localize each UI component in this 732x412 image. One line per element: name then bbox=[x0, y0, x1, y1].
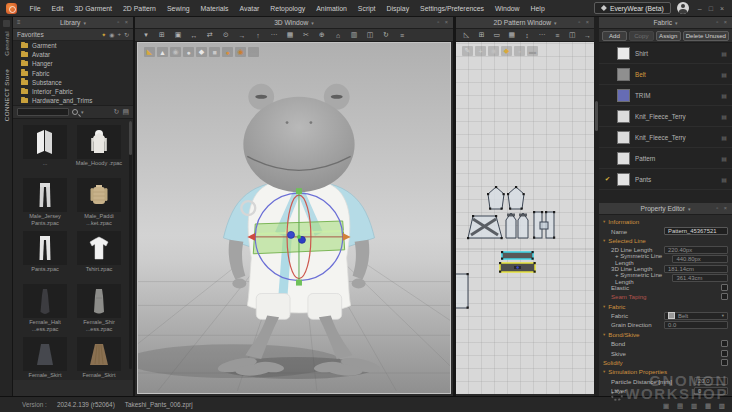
more-tools-icon[interactable]: ⋯ bbox=[536, 30, 549, 41]
trace-tool-icon[interactable]: ↕ bbox=[520, 30, 533, 41]
2d-pattern-tabbar[interactable]: 2D Pattern Window ▾ ▫ × bbox=[456, 17, 594, 29]
show-seams-icon[interactable]: ◉ bbox=[170, 47, 181, 57]
assign-button[interactable]: Assign bbox=[656, 31, 681, 41]
close-icon[interactable]: × bbox=[717, 5, 727, 12]
menu-edit[interactable]: Edit bbox=[46, 5, 69, 12]
strip-collapse-icon[interactable] bbox=[3, 20, 10, 27]
search-caret-icon[interactable]: ▾ bbox=[81, 109, 84, 115]
library-tabbar[interactable]: ≡ Library ▾ ▫ × bbox=[13, 17, 133, 29]
favorites-add-icon[interactable]: + bbox=[117, 31, 121, 38]
show-avatar-icon[interactable]: ● bbox=[183, 47, 194, 57]
favorites-user-icon[interactable]: ◉ bbox=[109, 31, 114, 38]
user-avatar[interactable] bbox=[677, 2, 689, 14]
section-simulation-properties[interactable]: ▾Simulation Properties bbox=[599, 367, 732, 376]
add-point-tool-icon[interactable]: ⊕ bbox=[315, 30, 329, 41]
everywear-badge[interactable]: EveryWear (Beta) bbox=[594, 2, 671, 14]
home-view-icon[interactable]: ⌂ bbox=[331, 30, 345, 41]
tab-connect-store[interactable]: CONNECT Store bbox=[3, 69, 10, 121]
menu-settings[interactable]: Settings/Preferences bbox=[415, 5, 490, 12]
3d-viewport[interactable]: ◣ ▲ ◉ ● ◆ ■ ● ◉ ▬ bbox=[137, 42, 451, 394]
library-item-halter-dress[interactable]: Female_Halt ...ess.zpac bbox=[19, 284, 71, 336]
show-pattern-icon[interactable]: ▲ bbox=[157, 47, 168, 57]
section-selected-line[interactable]: ▾Selected Line bbox=[599, 236, 732, 245]
solidify-checkbox[interactable] bbox=[721, 359, 728, 366]
fabric-item-knit-fleece-terry-2[interactable]: Knit_Fleece_Terry ▤ bbox=[599, 127, 732, 148]
menu-script[interactable]: Script bbox=[352, 5, 381, 12]
fabric-item-trim[interactable]: TRIM ▤ bbox=[599, 85, 732, 106]
pen-toggle-icon[interactable]: ✎ bbox=[462, 46, 473, 56]
folder-hanger[interactable]: Hanger bbox=[13, 59, 133, 68]
grid-tool-icon[interactable]: ▦ bbox=[283, 30, 297, 41]
3d-corner-icons[interactable]: ▫ × bbox=[437, 19, 450, 25]
menu-avatar[interactable]: Avatar bbox=[234, 5, 265, 12]
menu-sewing[interactable]: Sewing bbox=[161, 5, 195, 12]
transform-tool-icon[interactable]: ↔ bbox=[187, 30, 201, 41]
menu-retopology[interactable]: Retopology bbox=[265, 5, 311, 12]
library-item-skirt-1[interactable]: Female_Skirt 1.zpac bbox=[19, 337, 71, 380]
texture-tool-icon[interactable]: ▥ bbox=[347, 30, 361, 41]
library-menu-icon[interactable]: ≡ bbox=[17, 19, 21, 25]
grain-direction-field[interactable]: 0.0 bbox=[664, 321, 728, 329]
name-input[interactable]: Pattern_45367521 bbox=[664, 227, 728, 235]
edit-pattern-tool-icon[interactable]: ◺ bbox=[460, 30, 473, 41]
arrow-tool-icon[interactable]: → bbox=[581, 30, 594, 41]
show-material-icon[interactable]: ◉ bbox=[235, 47, 246, 57]
pin-tool-icon[interactable]: ⊙ bbox=[219, 30, 233, 41]
library-item-shirt-dress[interactable]: Female_Shir ...ess.zpac bbox=[73, 284, 125, 336]
symmetric-3d-field[interactable]: 361.43cm bbox=[672, 274, 728, 282]
2d-tab-caret-icon[interactable]: ▾ bbox=[554, 20, 557, 26]
delete-unused-button[interactable]: Delete Unused bbox=[683, 31, 729, 41]
library-item-pants[interactable]: Pants.zpac bbox=[19, 231, 71, 283]
section-information[interactable]: ▾Information bbox=[599, 217, 732, 226]
section-fabric[interactable]: ▾Fabric bbox=[599, 302, 732, 311]
menu-file[interactable]: File bbox=[24, 5, 46, 12]
add-toggle-icon[interactable]: + bbox=[475, 46, 486, 56]
3d-line-length-field[interactable]: 181.14cm bbox=[664, 265, 728, 273]
fabric-tabbar[interactable]: Fabric ▾ ▫ × bbox=[599, 17, 732, 29]
reset-tool-icon[interactable]: ↻ bbox=[379, 30, 393, 41]
show-skin-icon[interactable]: ● bbox=[222, 47, 233, 57]
lift-tool-icon[interactable]: ↑ bbox=[251, 30, 265, 41]
tab-general[interactable]: General bbox=[3, 31, 10, 56]
folder-fabric[interactable]: Fabric bbox=[13, 69, 133, 78]
mirror-tool-icon[interactable]: ◫ bbox=[363, 30, 377, 41]
library-scrollbar[interactable] bbox=[129, 121, 132, 369]
menu-materials[interactable]: Materials bbox=[195, 5, 234, 12]
search-input[interactable] bbox=[17, 108, 69, 116]
pe-caret-icon[interactable]: ▾ bbox=[688, 206, 691, 212]
menu-display[interactable]: Display bbox=[381, 5, 415, 12]
show-mesh-icon[interactable]: ■ bbox=[209, 47, 220, 57]
pattern-piece[interactable] bbox=[506, 213, 516, 238]
seam-taping-checkbox[interactable] bbox=[721, 293, 728, 300]
minimize-icon[interactable]: – bbox=[695, 5, 705, 12]
menu-help[interactable]: Help bbox=[525, 5, 550, 12]
fabric-item-pattern[interactable]: Pattern ▤ bbox=[599, 148, 732, 169]
2d-corner-icons[interactable]: ▫ × bbox=[578, 19, 591, 25]
copy-button[interactable]: Copy bbox=[629, 31, 654, 41]
folder-interior-fabric[interactable]: Interior_Fabric bbox=[13, 87, 133, 96]
pattern-piece[interactable] bbox=[518, 213, 528, 238]
section-bond-skive[interactable]: ▾Bond/Skive bbox=[599, 330, 732, 339]
point-toggle-icon[interactable]: ◉ bbox=[488, 46, 499, 56]
library-item-tshirt[interactable]: Tshirt.zpac bbox=[73, 231, 125, 283]
2d-line-length-field[interactable]: 220.40px bbox=[664, 246, 728, 254]
swap-tool-icon[interactable]: ⇄ bbox=[203, 30, 217, 41]
elastic-checkbox[interactable] bbox=[721, 284, 728, 291]
add-pattern-tool-icon[interactable]: ⊞ bbox=[475, 30, 488, 41]
show-cloth-icon[interactable]: ◆ bbox=[196, 47, 207, 57]
folder-avatar[interactable]: Avatar bbox=[13, 50, 133, 59]
fabric-dropdown[interactable]: Belt ▾ bbox=[664, 312, 728, 320]
favorites-sync-icon[interactable]: ↻ bbox=[124, 31, 129, 38]
folder-hardware-and-trims[interactable]: Hardware_and_Trims bbox=[13, 96, 133, 105]
skive-checkbox[interactable] bbox=[721, 350, 728, 357]
property-editor-tabbar[interactable]: Property Editor ▾ ▫ × bbox=[599, 203, 732, 215]
show-garment-icon[interactable]: ◣ bbox=[144, 47, 155, 57]
menu-2d-pattern[interactable]: 2D Pattern bbox=[118, 5, 162, 12]
library-item-padded-jacket[interactable]: Male_Paddi ...ket.zpac bbox=[73, 178, 125, 230]
fabric-item-belt[interactable]: Belt ▤ bbox=[599, 64, 732, 85]
fabric-caret-icon[interactable]: ▾ bbox=[675, 20, 678, 26]
library-corner-icons[interactable]: ▫ × bbox=[117, 19, 130, 25]
view-mode-icon[interactable]: ▤ bbox=[122, 108, 129, 116]
sewing-tool-icon[interactable]: ≡ bbox=[551, 30, 564, 41]
pattern-piece[interactable] bbox=[488, 187, 504, 209]
